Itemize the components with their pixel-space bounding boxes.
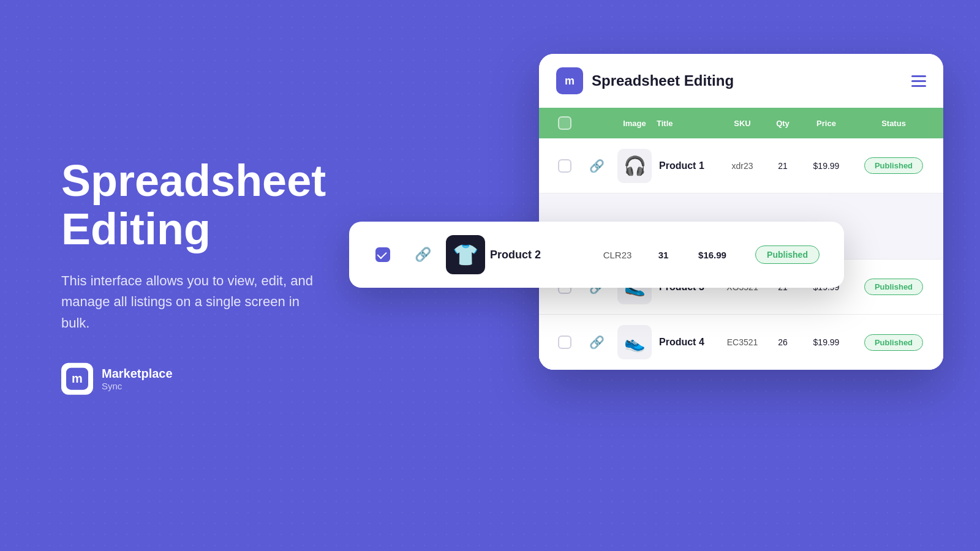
hero-title: Spreadsheet Editing xyxy=(61,157,355,253)
price-4: $19.99 xyxy=(799,337,854,347)
floating-status-cell-2: Published xyxy=(743,246,832,264)
floating-checkbox-2[interactable] xyxy=(361,247,404,262)
brand-name: Marketplace xyxy=(102,366,173,380)
main-card: m Spreadsheet Editing Image Title SKU Qt… xyxy=(539,54,943,370)
th-sku: SKU xyxy=(718,119,767,128)
link-icon-4[interactable]: 🔗 xyxy=(581,335,612,350)
floating-row-product-2: 🔗 👕 Product 2 CLR23 31 $16.99 Published xyxy=(349,222,844,288)
floating-link-icon-2[interactable]: 🔗 xyxy=(404,247,441,263)
brand-text-block: Marketplace Sync xyxy=(102,366,173,391)
floating-sku-2: CLR23 xyxy=(590,250,645,260)
status-badge-3: Published xyxy=(864,279,923,295)
row-checkbox-1[interactable] xyxy=(549,159,581,173)
left-panel: Spreadsheet Editing This interface allow… xyxy=(61,157,355,395)
th-image: Image xyxy=(612,119,657,128)
card-logo: m xyxy=(556,67,583,94)
status-badge-4: Published xyxy=(864,334,923,351)
status-cell-4: Published xyxy=(854,334,933,351)
product-image-cell-4: 👟 xyxy=(612,325,657,359)
table-row: 🔗 🎧 Product 1 xdr23 21 $19.99 Published xyxy=(539,138,943,193)
link-icon-1[interactable]: 🔗 xyxy=(581,159,612,173)
th-status: Status xyxy=(854,119,933,128)
brand-logo: m xyxy=(61,362,93,394)
menu-icon[interactable] xyxy=(911,75,926,87)
product-name-4: Product 4 xyxy=(657,337,718,348)
row-checkbox-4[interactable] xyxy=(549,335,581,349)
th-price: Price xyxy=(799,119,854,128)
card-header-left: m Spreadsheet Editing xyxy=(556,67,734,94)
th-title: Title xyxy=(657,119,718,128)
sku-4: EC3521 xyxy=(718,337,767,347)
status-cell-1: Published xyxy=(854,157,933,174)
floating-price-2: $16.99 xyxy=(682,250,743,260)
floating-qty-2: 31 xyxy=(645,250,682,260)
floating-image-cell-2: 👕 xyxy=(441,235,490,274)
table-header: Image Title SKU Qty Price Status xyxy=(539,108,943,138)
floating-status-badge-2: Published xyxy=(755,246,820,264)
product-image-cell-1: 🎧 xyxy=(612,149,657,183)
price-1: $19.99 xyxy=(799,161,854,171)
th-qty: Qty xyxy=(767,119,799,128)
th-checkbox xyxy=(549,116,581,130)
status-badge-1: Published xyxy=(864,157,923,174)
floating-product-name-2: Product 2 xyxy=(490,249,590,261)
card-header: m Spreadsheet Editing xyxy=(539,54,943,108)
brand-block: m Marketplace Sync xyxy=(61,362,355,394)
hero-subtitle: This interface allows you to view, edit,… xyxy=(61,271,318,333)
status-cell-3: Published xyxy=(854,279,933,295)
product-image-1: 🎧 xyxy=(617,149,652,183)
sku-1: xdr23 xyxy=(718,161,767,171)
qty-1: 21 xyxy=(767,161,799,171)
product-image-4: 👟 xyxy=(617,325,652,359)
brand-tagline: Sync xyxy=(102,380,173,391)
floating-image-2: 👕 xyxy=(446,235,485,274)
qty-4: 26 xyxy=(767,337,799,347)
brand-logo-letter: m xyxy=(66,367,88,389)
card-title: Spreadsheet Editing xyxy=(592,72,734,89)
table-row-4: 🔗 👟 Product 4 EC3521 26 $19.99 Published xyxy=(539,315,943,370)
product-name-1: Product 1 xyxy=(657,160,718,171)
